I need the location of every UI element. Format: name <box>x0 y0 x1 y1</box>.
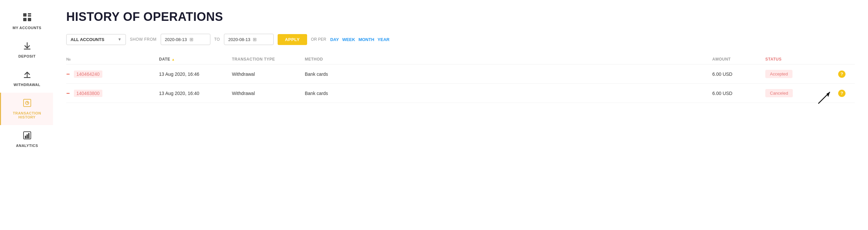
minus-icon: − <box>66 90 70 96</box>
sidebar-item-deposit-label: DEPOSIT <box>19 54 36 58</box>
svg-rect-12 <box>25 136 26 138</box>
date-from-input[interactable]: 2020-08-13 ⊞ <box>161 34 210 45</box>
row-indicator-1: − 140464240 <box>66 70 159 78</box>
th-method[interactable]: METHOD <box>305 57 712 62</box>
sidebar-item-withdrawal-label: WITHDRAWAL <box>13 83 40 87</box>
transactions-table: № DATE ▲ TRANSACTION TYPE METHOD AMOUNT … <box>66 54 855 103</box>
account-select-text: ALL ACCOUNTS <box>70 37 115 42</box>
transaction-history-icon <box>23 99 31 109</box>
show-from-label: SHOW FROM <box>130 37 157 42</box>
svg-rect-3 <box>23 18 27 21</box>
period-links: DAY WEEK MONTH YEAR <box>330 37 390 42</box>
period-week[interactable]: WEEK <box>342 37 355 42</box>
table-row: − 140463800 13 Aug 2020, 16:40 Withdrawa… <box>66 84 855 103</box>
svg-rect-5 <box>24 48 30 50</box>
period-day[interactable]: DAY <box>330 37 339 42</box>
main-content: HISTORY OF OPERATIONS ALL ACCOUNTS ▼ SHO… <box>53 0 868 230</box>
filter-bar: ALL ACCOUNTS ▼ SHOW FROM 2020-08-13 ⊞ TO… <box>66 34 855 45</box>
minus-icon: − <box>66 71 70 77</box>
or-per-label: OR PER <box>311 37 326 42</box>
svg-rect-0 <box>23 13 27 17</box>
chevron-down-icon: ▼ <box>118 37 122 42</box>
status-badge: Accepted <box>765 70 793 78</box>
calendar-icon-2[interactable]: ⊞ <box>253 37 257 42</box>
row-status-col: Accepted <box>765 70 838 78</box>
svg-rect-2 <box>28 15 31 17</box>
row-amount: 6.00 USD <box>712 71 765 77</box>
row-date: 13 Aug 2020, 16:46 <box>159 71 232 77</box>
withdrawal-icon <box>23 70 31 81</box>
row-help: ? <box>838 70 855 78</box>
table-header: № DATE ▲ TRANSACTION TYPE METHOD AMOUNT … <box>66 54 855 65</box>
sidebar-item-my-accounts-label: MY ACCOUNTS <box>12 26 41 30</box>
svg-marker-16 <box>827 92 830 97</box>
sidebar-item-transaction-history[interactable]: TRANSACTION HISTORY <box>0 93 53 125</box>
th-transaction-type[interactable]: TRANSACTION TYPE <box>232 57 305 62</box>
sidebar-item-analytics-label: ANALYTICS <box>16 144 38 147</box>
table-row: − 140464240 13 Aug 2020, 16:46 Withdrawa… <box>66 65 855 84</box>
sidebar-item-transaction-history-label: TRANSACTION HISTORY <box>4 111 50 119</box>
period-month[interactable]: MONTH <box>359 37 374 42</box>
my-accounts-icon <box>23 12 32 24</box>
svg-rect-1 <box>28 13 31 14</box>
transaction-id[interactable]: 140464240 <box>74 70 102 78</box>
account-select[interactable]: ALL ACCOUNTS ▼ <box>66 34 126 45</box>
th-status[interactable]: STATUS <box>765 57 838 62</box>
page-title: HISTORY OF OPERATIONS <box>66 10 855 24</box>
analytics-icon <box>23 131 31 142</box>
svg-rect-13 <box>27 134 28 138</box>
row-indicator-2: − 140463800 <box>66 90 159 97</box>
period-year[interactable]: YEAR <box>378 37 390 42</box>
help-icon[interactable]: ? <box>838 90 845 97</box>
svg-rect-4 <box>28 18 31 21</box>
row-help: ? <box>838 90 855 97</box>
sidebar-item-analytics[interactable]: ANALYTICS <box>0 125 53 154</box>
to-label: TO <box>214 37 220 42</box>
help-icon[interactable]: ? <box>838 70 845 78</box>
apply-button[interactable]: APPLY <box>278 34 307 45</box>
status-badge: Canceled <box>765 89 793 97</box>
svg-rect-14 <box>28 133 30 138</box>
row-type: Withdrawal <box>232 91 305 96</box>
row-amount: 6.00 USD <box>712 91 765 96</box>
th-action <box>838 57 855 62</box>
sidebar-item-withdrawal[interactable]: WITHDRAWAL <box>0 64 53 93</box>
sidebar-item-deposit[interactable]: DEPOSIT <box>0 36 53 64</box>
sidebar-item-my-accounts[interactable]: MY ACCOUNTS <box>0 7 53 36</box>
th-amount[interactable]: AMOUNT <box>712 57 765 62</box>
svg-rect-6 <box>24 77 30 78</box>
sort-asc-icon: ▲ <box>172 58 175 61</box>
date-from-value: 2020-08-13 <box>165 37 187 42</box>
date-to-input[interactable]: 2020-08-13 ⊞ <box>224 34 274 45</box>
calendar-icon[interactable]: ⊞ <box>189 37 193 42</box>
arrow-annotation-svg <box>815 87 835 107</box>
date-to-value: 2020-08-13 <box>228 37 250 42</box>
th-date[interactable]: DATE ▲ <box>159 57 232 62</box>
row-method: Bank cards <box>305 91 712 96</box>
sidebar: MY ACCOUNTS DEPOSIT WITHDRAWAL <box>0 0 53 230</box>
transaction-id[interactable]: 140463800 <box>74 90 102 97</box>
th-number[interactable]: № <box>66 57 159 62</box>
row-method: Bank cards <box>305 71 712 77</box>
deposit-icon <box>23 42 31 52</box>
row-type: Withdrawal <box>232 71 305 77</box>
row-date: 13 Aug 2020, 16:40 <box>159 91 232 96</box>
